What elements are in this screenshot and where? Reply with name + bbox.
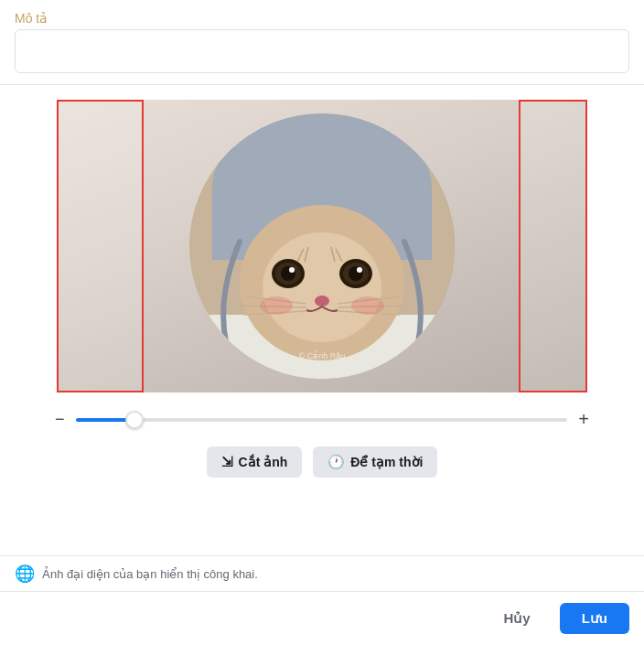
- public-info-text: Ảnh đại diện của bạn hiển thị công khai.: [42, 567, 258, 581]
- svg-point-23: [351, 296, 384, 315]
- svg-point-22: [260, 296, 293, 315]
- slider-plus-button[interactable]: +: [578, 409, 589, 430]
- svg-point-14: [357, 267, 362, 273]
- crop-section: 🌸: [0, 85, 644, 555]
- crop-icon: ⇲: [221, 454, 233, 470]
- cat-image-container: 🌸: [166, 100, 478, 392]
- temporary-label: Để tạm thời: [350, 455, 423, 469]
- clock-icon: 🕐: [327, 454, 345, 470]
- slider-minus-button[interactable]: −: [55, 410, 65, 429]
- page-container: Mô tả 🌸: [0, 0, 644, 645]
- temporary-button[interactable]: 🕐 Để tạm thời: [313, 446, 437, 478]
- description-section: Mô tả: [0, 0, 644, 85]
- crop-image-button[interactable]: ⇲ Cắt ảnh: [207, 446, 303, 478]
- save-button[interactable]: Lưu: [560, 603, 629, 634]
- public-info-bar: 🌐 Ảnh đại diện của bạn hiển thị công kha…: [0, 555, 644, 591]
- svg-point-10: [289, 267, 295, 273]
- globe-icon: 🌐: [15, 564, 35, 584]
- cancel-button[interactable]: Hủy: [485, 603, 548, 634]
- public-info-label: Ảnh đại diện của bạn hiển thị công khai.: [42, 567, 258, 581]
- slider-thumb[interactable]: [125, 411, 144, 429]
- cat-circle: © Cảnh Râu: [189, 113, 455, 379]
- action-buttons: ⇲ Cắt ảnh 🕐 Để tạm thời: [207, 446, 438, 489]
- svg-point-15: [315, 296, 329, 306]
- slider-track[interactable]: [76, 418, 568, 422]
- footer-buttons: Hủy Lưu: [0, 591, 644, 645]
- description-label: Mô tả: [15, 11, 629, 26]
- svg-text:© Cảnh Râu: © Cảnh Râu: [299, 350, 346, 360]
- svg-point-6: [263, 232, 381, 342]
- description-input[interactable]: [15, 29, 629, 73]
- cat-image-svg: © Cảnh Râu: [189, 113, 455, 379]
- crop-canvas-wrapper[interactable]: 🌸: [57, 100, 587, 392]
- crop-image-label: Cắt ảnh: [239, 455, 288, 469]
- slider-section: − +: [0, 392, 644, 446]
